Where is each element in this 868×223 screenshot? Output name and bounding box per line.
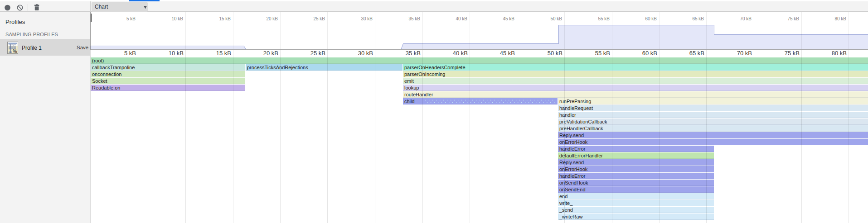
svg-text:%: %: [13, 48, 17, 54]
